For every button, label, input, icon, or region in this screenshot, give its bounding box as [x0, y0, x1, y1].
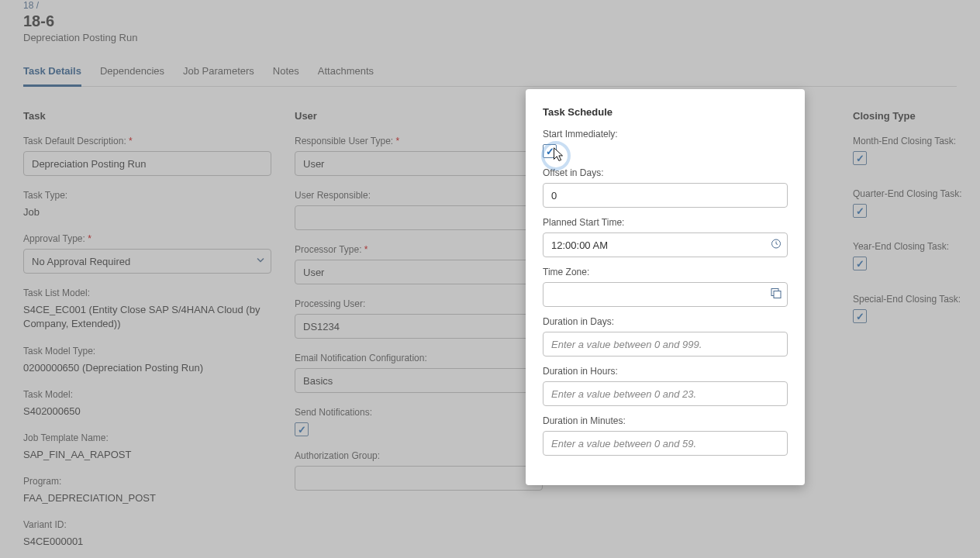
value-help-icon[interactable] — [771, 288, 782, 301]
duration-minutes-input[interactable] — [543, 431, 788, 456]
modal-backdrop — [0, 0, 980, 558]
duration-hours-input[interactable] — [543, 381, 788, 406]
task-schedule-popover: Task Schedule Start Immediately: Offset … — [526, 89, 805, 485]
offset-in-days-input[interactable] — [543, 183, 788, 208]
duration-days-label: Duration in Days: — [543, 316, 788, 327]
start-immediately-label: Start Immediately: — [543, 129, 788, 140]
svg-rect-10 — [774, 291, 781, 298]
start-immediately-checkbox[interactable] — [543, 144, 557, 158]
time-zone-input[interactable] — [543, 282, 788, 307]
time-zone-label: Time Zone: — [543, 267, 788, 277]
duration-days-input[interactable] — [543, 332, 788, 356]
clock-icon[interactable] — [771, 239, 782, 252]
duration-hours-label: Duration in Hours: — [543, 366, 788, 377]
planned-start-time-label: Planned Start Time: — [543, 217, 788, 228]
section-task-schedule: Task Schedule — [543, 106, 788, 118]
planned-start-time-input[interactable] — [543, 232, 788, 257]
duration-minutes-label: Duration in Minutes: — [543, 415, 788, 426]
offset-in-days-label: Offset in Days: — [543, 167, 788, 178]
